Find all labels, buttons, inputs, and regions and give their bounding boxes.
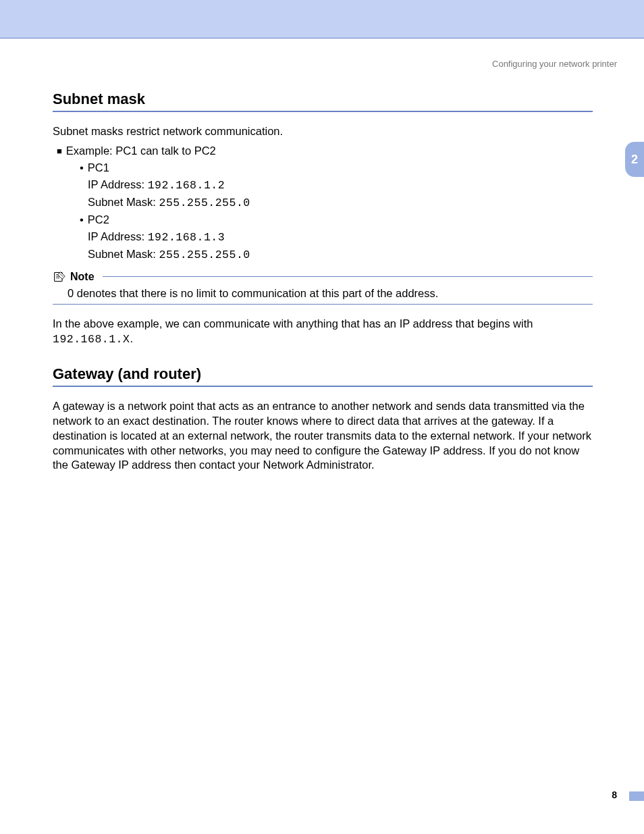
after-note-suffix: . [130, 332, 133, 344]
pc1-name: PC1 [88, 161, 109, 174]
page-marker [629, 791, 644, 801]
ip-label: IP Address: [88, 230, 148, 242]
chapter-tab[interactable]: 2 [625, 142, 644, 177]
note-icon [53, 271, 66, 283]
pc1-ip-row: IP Address: 192.168.1.2 [88, 178, 593, 192]
section-rule [53, 386, 593, 387]
pc2-ip-row: IP Address: 192.168.1.3 [88, 230, 593, 244]
section-title-gateway: Gateway (and router) [53, 365, 593, 383]
mask-label: Subnet Mask: [88, 248, 159, 260]
ip-label: IP Address: [88, 178, 148, 190]
note-header: Note [53, 271, 593, 283]
mask-value: 255.255.255.0 [159, 197, 250, 209]
list-item: •PC2 [80, 213, 593, 226]
pc1-mask-row: Subnet Mask: 255.255.255.0 [88, 196, 593, 209]
section-rule [53, 111, 593, 112]
header-rule [0, 38, 644, 38]
example-item: ■Example: PC1 can talk to PC2 [57, 145, 593, 157]
gateway-body: A gateway is a network point that acts a… [53, 399, 593, 473]
note-rule-bottom [53, 304, 593, 305]
example-label: Example: PC1 can talk to PC2 [66, 145, 216, 157]
bullet-icon: • [80, 213, 84, 226]
note-body: 0 denotes that there is no limit to comm… [68, 287, 593, 300]
ip-value: 192.168.1.3 [148, 231, 225, 244]
mask-value: 255.255.255.0 [159, 249, 250, 261]
note-label: Note [70, 271, 95, 283]
page-content: Subnet mask Subnet masks restrict networ… [53, 90, 593, 478]
header-band [0, 0, 644, 38]
after-note-prefix: In the above example, we can communicate… [53, 317, 533, 330]
list-item: •PC1 [80, 161, 593, 174]
note-block: Note 0 denotes that there is no limit to… [53, 271, 593, 305]
pc2-name: PC2 [88, 213, 109, 226]
breadcrumb: Configuring your network printer [492, 59, 617, 69]
square-bullet-icon: ■ [57, 146, 62, 156]
pc2-mask-row: Subnet Mask: 255.255.255.0 [88, 248, 593, 261]
ip-value: 192.168.1.2 [148, 179, 225, 192]
section-gateway: Gateway (and router) A gateway is a netw… [53, 365, 593, 473]
mask-label: Subnet Mask: [88, 196, 159, 208]
section-title-subnet: Subnet mask [53, 90, 593, 108]
note-rule [103, 276, 593, 277]
after-note-mono: 192.168.1.X [53, 333, 130, 346]
after-note-text: In the above example, we can communicate… [53, 317, 593, 347]
page-number: 8 [612, 789, 617, 800]
bullet-icon: • [80, 161, 84, 174]
subnet-intro: Subnet masks restrict network communicat… [53, 124, 593, 139]
